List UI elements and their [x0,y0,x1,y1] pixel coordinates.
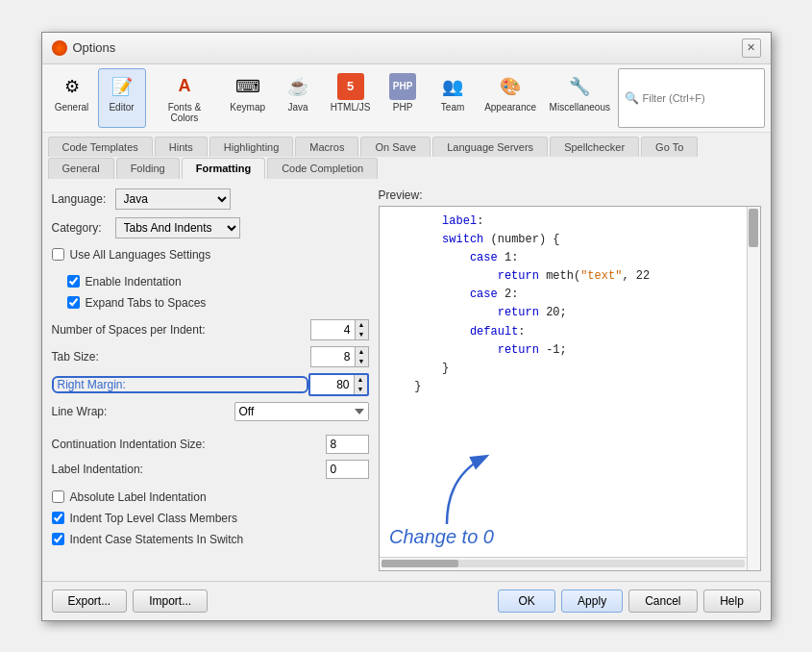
spaces-per-indent-up[interactable]: ▲ [355,320,368,330]
spaces-per-indent-input[interactable]: 4 [311,321,355,339]
toolbar-label-appearance: Appearance [484,102,536,113]
code-line-2: switch (number) { [387,231,752,249]
enable-indentation-label[interactable]: Enable Indentation [86,275,182,288]
continuation-row: Continuation Indentation Size: 8 [52,435,369,454]
tab-size-up[interactable]: ▲ [355,347,368,357]
misc-icon: 🔧 [566,73,593,100]
tab-size-input[interactable]: 8 [311,348,355,365]
tab-size-spinner: ▲ ▼ [355,347,368,366]
right-margin-input[interactable]: 80 [310,376,354,393]
expand-tabs-checkbox[interactable] [67,296,80,309]
tab-code-completion[interactable]: Code Completion [267,158,378,179]
toolbar-item-team[interactable]: 👥 Team [429,68,477,128]
toolbar-item-appearance[interactable]: 🎨 Appearance [479,68,542,128]
right-margin-spinner: ▲ ▼ [354,375,367,394]
import-button[interactable]: Import... [133,589,208,613]
tab-highlighting[interactable]: Highlighting [209,137,293,157]
annotation-area: Change to 0 [389,418,697,571]
toolbar-label-team: Team [441,102,464,113]
use-all-label[interactable]: Use All Languages Settings [70,248,211,262]
tab-size-label: Tab Size: [52,350,310,364]
annotation-text: Change to 0 [389,526,494,547]
continuation-input[interactable]: 8 [326,435,369,454]
title-bar: Options ✕ [42,33,771,64]
use-all-checkbox[interactable] [52,248,64,261]
toolbar-item-fonts[interactable]: A Fonts & Colors [148,68,222,128]
toolbar-label-html: HTML/JS [331,102,371,113]
label-indentation-row: Label Indentation: 0 [52,460,369,479]
tabs-row2: General Folding Formatting Code Completi… [48,158,765,179]
toolbar-item-html[interactable]: 5 HTML/JS [324,68,377,128]
right-margin-up[interactable]: ▲ [354,375,367,385]
tab-spellchecker[interactable]: Spellchecker [550,137,639,157]
toolbar: ⚙ General 📝 Editor A Fonts & Colors ⌨ Ke… [42,64,771,133]
toolbar-item-keymap[interactable]: ⌨ Keymap [223,68,272,128]
line-wrap-select[interactable]: Off On [234,402,369,421]
enable-indentation-row: Enable Indentation [52,273,369,290]
tab-size-down[interactable]: ▼ [355,357,368,366]
toolbar-item-misc[interactable]: 🔧 Miscellaneous [544,68,615,128]
tab-hints[interactable]: Hints [155,137,208,157]
apply-button[interactable]: Apply [561,589,623,613]
tab-macros[interactable]: Macros [295,137,358,157]
spaces-per-indent-down[interactable]: ▼ [355,330,368,339]
category-select[interactable]: Tabs And Indents [115,217,240,238]
preview-box: label: switch (number) { case 1: return … [379,206,761,571]
tab-general[interactable]: General [48,158,114,179]
java-icon: ☕ [284,73,311,100]
indent-top-checkbox[interactable] [52,512,64,524]
help-button[interactable]: Help [703,589,761,613]
php-icon: PHP [389,73,416,100]
cancel-button[interactable]: Cancel [628,589,697,613]
indent-case-checkbox[interactable] [52,533,64,545]
tab-on-save[interactable]: On Save [360,137,431,157]
toolbar-label-keymap: Keymap [230,102,265,113]
spaces-per-indent-label: Number of Spaces per Indent: [52,323,310,337]
toolbar-label-misc: Miscellaneous [550,102,610,113]
tab-go-to[interactable]: Go To [641,137,698,157]
indent-case-label[interactable]: Indent Case Statements In Switch [70,533,244,546]
tab-size-input-wrap: 8 ▲ ▼ [310,346,369,367]
bottom-bar: Export... Import... OK Apply Cancel Help [42,581,771,620]
toolbar-item-php[interactable]: PHP PHP [379,68,427,128]
search-icon: 🔍 [625,91,639,105]
tab-code-templates[interactable]: Code Templates [48,137,153,157]
category-row: Category: Tabs And Indents [52,217,369,238]
right-margin-down[interactable]: ▼ [354,385,367,394]
tab-folding[interactable]: Folding [116,158,180,179]
preview-label: Preview: [379,188,761,202]
label-indentation-label: Label Indentation: [52,463,326,476]
absolute-label-label[interactable]: Absolute Label Indentation [70,490,207,504]
close-button[interactable]: ✕ [742,38,761,58]
preview-vscroll[interactable] [747,207,760,570]
tab-formatting[interactable]: Formatting [182,158,265,179]
ok-button[interactable]: OK [498,589,555,613]
toolbar-label-editor: Editor [109,102,134,113]
expand-tabs-label[interactable]: Expand Tabs to Spaces [86,296,207,310]
bottom-bar-right: OK Apply Cancel Help [498,589,760,613]
filter-box[interactable]: 🔍 [618,68,765,128]
title-bar-left: Options [52,40,116,56]
tab-language-servers[interactable]: Language Servers [432,137,548,157]
right-margin-input-wrap: 80 ▲ ▼ [308,373,369,396]
indent-top-label[interactable]: Indent Top Level Class Members [70,512,238,525]
toolbar-item-general[interactable]: ⚙ General [48,68,96,128]
code-line-1: label: [387,213,752,231]
absolute-label-checkbox[interactable] [52,490,64,503]
filter-input[interactable] [643,92,758,104]
app-icon [52,40,67,56]
toolbar-label-java: Java [287,102,308,113]
toolbar-item-java[interactable]: ☕ Java [274,68,322,128]
code-line-4: return meth("text", 22 [387,267,752,286]
use-all-languages-row: Use All Languages Settings [52,246,369,263]
export-button[interactable]: Export... [52,589,128,613]
enable-indentation-checkbox[interactable] [67,275,80,288]
spaces-per-indent-input-wrap: 4 ▲ ▼ [310,319,369,340]
absolute-label-row: Absolute Label Indentation [52,489,369,506]
label-indentation-input[interactable]: 0 [326,460,369,479]
language-row: Language: Java [52,188,369,210]
preview-hscroll[interactable] [380,557,747,570]
language-select[interactable]: Java [115,188,231,210]
toolbar-item-editor[interactable]: 📝 Editor [98,68,146,128]
code-line-9: } [387,360,752,378]
